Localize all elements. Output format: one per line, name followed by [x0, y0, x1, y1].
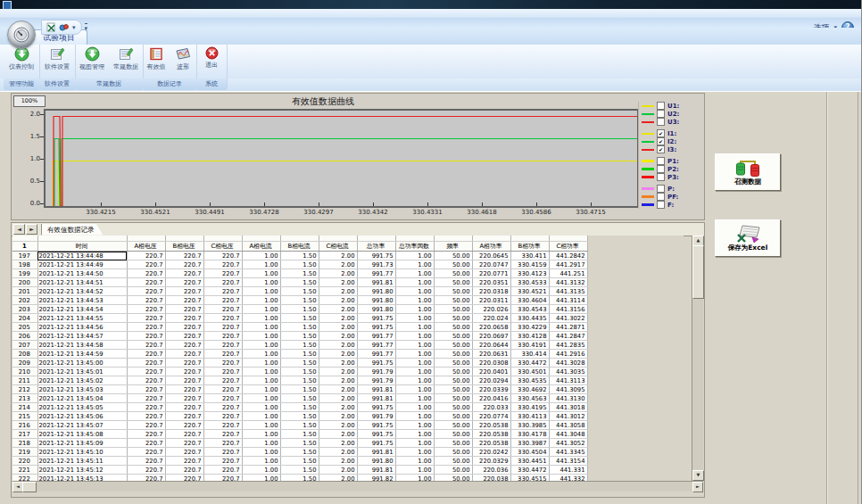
software-settings-button[interactable]: 软件设置	[40, 45, 74, 78]
data-cell[interactable]: 330.4521	[510, 287, 549, 296]
data-cell[interactable]: 2.00	[319, 475, 357, 482]
data-cell[interactable]: 2.00	[319, 430, 357, 439]
data-cell[interactable]: 991.75	[357, 252, 395, 260]
data-cell[interactable]: 991.80	[357, 457, 395, 466]
data-cell[interactable]: 220.7	[203, 269, 242, 278]
data-cell[interactable]: 1.50	[280, 368, 319, 376]
chart-plot-area[interactable]	[44, 109, 639, 208]
data-cell[interactable]: 330.4515	[510, 475, 549, 482]
row-number-cell[interactable]: 199	[12, 269, 37, 278]
data-cell[interactable]: 330.4195	[510, 403, 549, 412]
data-cell[interactable]: 441.251	[549, 269, 587, 278]
data-cell[interactable]: 1.00	[395, 359, 434, 368]
data-cell[interactable]: 1.00	[242, 376, 280, 385]
data-cell[interactable]: 50.00	[434, 430, 472, 439]
column-header[interactable]: A相电流	[242, 242, 280, 252]
data-cell[interactable]: 2021-12-21 13:44:54	[37, 305, 127, 314]
data-cell[interactable]: 220.7	[127, 376, 165, 385]
data-cell[interactable]: 220.0242	[472, 448, 510, 457]
data-cell[interactable]: 2.00	[319, 466, 357, 475]
data-cell[interactable]: 220.036	[472, 466, 510, 475]
data-cell[interactable]: 330.4128	[510, 332, 549, 341]
data-cell[interactable]: 220.0351	[472, 278, 510, 287]
data-cell[interactable]: 50.00	[434, 269, 472, 278]
data-cell[interactable]: 220.7	[127, 305, 165, 314]
data-cell[interactable]: 1.50	[280, 466, 319, 475]
data-cell[interactable]: 1.00	[395, 448, 434, 457]
data-cell[interactable]: 1.00	[395, 394, 434, 403]
data-cell[interactable]: 220.7	[165, 376, 203, 385]
data-cell[interactable]: 50.00	[434, 296, 472, 305]
data-cell[interactable]: 220.7	[165, 341, 203, 350]
column-header[interactable]: C相电流	[319, 242, 357, 252]
data-cell[interactable]: 1.00	[395, 269, 434, 278]
data-cell[interactable]: 220.7	[203, 430, 242, 439]
data-cell[interactable]: 220.7	[165, 475, 203, 482]
data-cell[interactable]: 220.7	[127, 412, 165, 421]
data-cell[interactable]: 1.50	[280, 350, 319, 359]
data-cell[interactable]: 220.7	[165, 430, 203, 439]
data-cell[interactable]: 50.00	[434, 323, 472, 332]
scroll-right-icon[interactable]: ►	[692, 482, 703, 492]
data-cell[interactable]: 441.3132	[549, 278, 587, 287]
data-cell[interactable]: 1.00	[395, 466, 434, 475]
data-cell[interactable]: 1.00	[395, 403, 434, 412]
data-cell[interactable]: 220.7	[165, 314, 203, 323]
data-cell[interactable]: 441.3035	[549, 368, 587, 376]
data-cell[interactable]: 50.00	[434, 475, 472, 482]
data-cell[interactable]: 1.00	[242, 421, 280, 430]
data-cell[interactable]: 991.75	[357, 359, 395, 368]
scroll-down-icon[interactable]: ▼	[692, 470, 704, 481]
data-cell[interactable]: 1.50	[280, 296, 319, 305]
data-cell[interactable]: 220.0538	[472, 439, 510, 448]
data-cell[interactable]: 1.50	[280, 475, 319, 482]
data-cell[interactable]: 220.7	[203, 359, 242, 368]
data-cell[interactable]: 220.7	[203, 385, 242, 394]
data-cell[interactable]: 220.7	[203, 394, 242, 403]
legend-checkbox[interactable]	[657, 173, 665, 181]
data-cell[interactable]: 1.00	[395, 296, 434, 305]
data-cell[interactable]: 50.00	[434, 350, 472, 359]
data-cell[interactable]: 441.332	[549, 475, 587, 482]
data-cell[interactable]: 441.2871	[549, 323, 587, 332]
data-cell[interactable]: 991.77	[357, 269, 395, 278]
data-cell[interactable]: 50.00	[434, 421, 472, 430]
data-cell[interactable]: 1.00	[395, 278, 434, 287]
data-cell[interactable]: 50.00	[434, 260, 472, 269]
data-cell[interactable]: 1.00	[395, 412, 434, 421]
data-cell[interactable]: 441.3156	[549, 305, 587, 314]
data-cell[interactable]: 991.82	[357, 475, 395, 482]
data-cell[interactable]: 220.7	[127, 466, 165, 475]
data-cell[interactable]: 1.00	[395, 475, 434, 482]
data-cell[interactable]: 1.00	[242, 269, 280, 278]
row-number-cell[interactable]: 203	[12, 305, 37, 314]
data-cell[interactable]: 2021-12-21 13:44:59	[37, 350, 127, 359]
data-cell[interactable]: 991.75	[357, 403, 395, 412]
data-cell[interactable]: 1.50	[280, 252, 319, 260]
data-cell[interactable]: 991.81	[357, 385, 395, 394]
corner-header[interactable]: 1	[12, 242, 37, 252]
data-cell[interactable]: 50.00	[434, 439, 472, 448]
data-cell[interactable]: 2.00	[319, 403, 357, 412]
data-cell[interactable]: 1.00	[242, 350, 280, 359]
data-cell[interactable]: 50.00	[434, 332, 472, 341]
data-cell[interactable]: 220.7	[203, 421, 242, 430]
row-number-cell[interactable]: 216	[12, 421, 37, 430]
data-cell[interactable]: 991.75	[357, 430, 395, 439]
data-cell[interactable]: 2021-12-21 13:44:49	[37, 260, 127, 269]
data-cell[interactable]: 330.4159	[510, 260, 549, 269]
legend-checkbox[interactable]	[657, 193, 665, 201]
data-cell[interactable]: 441.2835	[549, 341, 587, 350]
data-cell[interactable]: 1.50	[280, 403, 319, 412]
data-cell[interactable]: 2021-12-21 13:44:52	[37, 287, 127, 296]
row-number-cell[interactable]: 218	[12, 439, 37, 448]
row-number-cell[interactable]: 219	[12, 448, 37, 457]
row-number-cell[interactable]: 211	[12, 376, 37, 385]
data-cell[interactable]: 991.75	[357, 314, 395, 323]
data-cell[interactable]: 2021-12-21 13:45:12	[37, 466, 127, 475]
data-cell[interactable]: 220.0308	[472, 359, 510, 368]
data-cell[interactable]: 220.7	[165, 385, 203, 394]
vertical-scrollbar[interactable]: ▲ ▼	[692, 235, 703, 481]
rms-record-button[interactable]: 有效值	[143, 45, 170, 78]
data-cell[interactable]: 991.81	[357, 394, 395, 403]
